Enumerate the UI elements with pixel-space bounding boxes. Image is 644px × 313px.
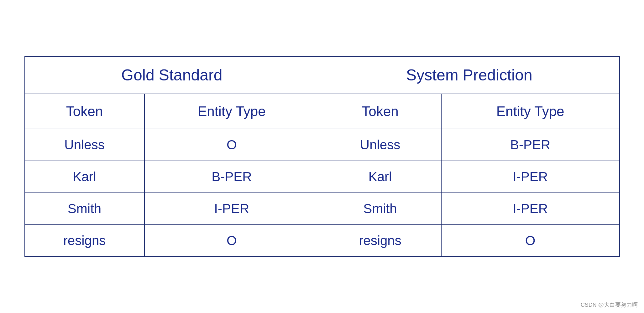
header-row: Gold Standard System Prediction: [25, 56, 620, 94]
table-row: Karl B-PER Karl I-PER: [25, 161, 620, 193]
page-wrapper: Gold Standard System Prediction Token En…: [0, 0, 644, 313]
table-container: Gold Standard System Prediction Token En…: [24, 56, 620, 257]
gs-entity-unless: O: [144, 129, 319, 161]
table-row: resigns O resigns O: [25, 225, 620, 257]
sp-entity-resigns: O: [441, 225, 620, 257]
subheader-row: Token Entity Type Token Entity Type: [25, 94, 620, 129]
gs-token-resigns: resigns: [25, 225, 144, 257]
gs-entity-smith: I-PER: [144, 193, 319, 225]
sp-entity-type-header: Entity Type: [441, 94, 620, 129]
sp-token-smith: Smith: [319, 193, 441, 225]
sp-entity-karl: I-PER: [441, 161, 620, 193]
gs-token-unless: Unless: [25, 129, 144, 161]
sp-token-unless: Unless: [319, 129, 441, 161]
gs-token-smith: Smith: [25, 193, 144, 225]
system-prediction-header: System Prediction: [319, 56, 619, 94]
sp-entity-unless: B-PER: [441, 129, 620, 161]
comparison-table: Gold Standard System Prediction Token En…: [24, 56, 620, 257]
gs-entity-resigns: O: [144, 225, 319, 257]
table-row: Unless O Unless B-PER: [25, 129, 620, 161]
gold-standard-header: Gold Standard: [25, 56, 319, 94]
gs-token-header: Token: [25, 94, 144, 129]
gs-entity-type-header: Entity Type: [144, 94, 319, 129]
sp-token-karl: Karl: [319, 161, 441, 193]
sp-token-header: Token: [319, 94, 441, 129]
sp-entity-smith: I-PER: [441, 193, 620, 225]
gs-entity-karl: B-PER: [144, 161, 319, 193]
table-row: Smith I-PER Smith I-PER: [25, 193, 620, 225]
table-body: Unless O Unless B-PER Karl B-PER Karl I-…: [25, 129, 620, 257]
watermark: CSDN @大白要努力啊: [581, 301, 638, 309]
sp-token-resigns: resigns: [319, 225, 441, 257]
gs-token-karl: Karl: [25, 161, 144, 193]
